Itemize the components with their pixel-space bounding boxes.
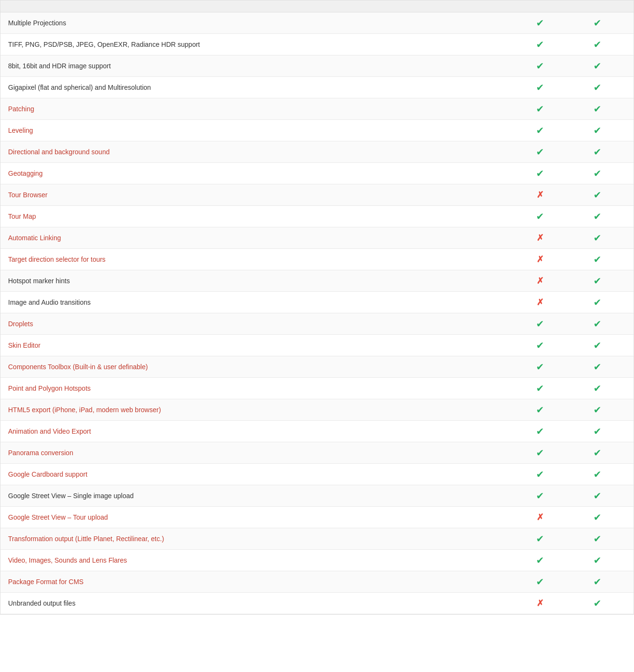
- check-yes-icon: ✔: [536, 383, 544, 394]
- check-yes-icon: ✔: [593, 598, 602, 608]
- table-row: Hotspot marker hints ✗ ✔: [0, 270, 634, 292]
- feature-name: Image and Audio transitions: [8, 299, 511, 306]
- table-row: Tour Map ✔ ✔: [0, 206, 634, 227]
- table-row: Directional and background sound ✔ ✔: [0, 141, 634, 163]
- feature-name[interactable]: Directional and background sound: [8, 148, 511, 156]
- light-check: ✔: [511, 383, 569, 394]
- light-check: ✔: [511, 469, 569, 480]
- table-row: Panorama conversion ✔ ✔: [0, 442, 634, 464]
- check-yes-icon: ✔: [593, 491, 602, 501]
- light-check: ✔: [511, 82, 569, 93]
- light-check: ✔: [511, 318, 569, 330]
- check-yes-icon: ✔: [593, 190, 602, 200]
- pro-check: ✔: [569, 340, 626, 351]
- check-yes-icon: ✔: [593, 319, 602, 329]
- light-check: ✗: [511, 254, 569, 265]
- feature-name[interactable]: Google Street View – Tour upload: [8, 513, 511, 521]
- check-yes-icon: ✔: [593, 82, 602, 93]
- check-yes-icon: ✔: [593, 512, 602, 523]
- feature-name[interactable]: Animation and Video Export: [8, 427, 511, 435]
- feature-name[interactable]: Components Toolbox (Built-in & user defi…: [8, 363, 511, 371]
- pro-check: ✔: [569, 404, 626, 416]
- check-yes-icon: ✔: [593, 61, 602, 71]
- light-check: ✔: [511, 426, 569, 437]
- check-no-icon: ✗: [537, 298, 544, 307]
- feature-name[interactable]: Point and Polygon Hotspots: [8, 384, 511, 392]
- check-yes-icon: ✔: [536, 469, 544, 480]
- feature-name[interactable]: Leveling: [8, 127, 511, 134]
- table-row: TIFF, PNG, PSD/PSB, JPEG, OpenEXR, Radia…: [0, 34, 634, 55]
- check-yes-icon: ✔: [536, 104, 544, 114]
- check-no-icon: ✗: [537, 512, 544, 522]
- pro-check: ✔: [569, 490, 626, 501]
- feature-name[interactable]: Tour Browser: [8, 191, 511, 199]
- feature-name[interactable]: Droplets: [8, 320, 511, 328]
- feature-name[interactable]: Transformation output (Little Planet, Re…: [8, 535, 511, 543]
- feature-name: Google Street View – Single image upload: [8, 492, 511, 500]
- check-yes-icon: ✔: [536, 82, 544, 93]
- check-yes-icon: ✔: [536, 340, 544, 351]
- feature-name[interactable]: Panorama conversion: [8, 449, 511, 457]
- feature-name[interactable]: Google Cardboard support: [8, 470, 511, 478]
- check-yes-icon: ✔: [593, 426, 602, 437]
- check-yes-icon: ✔: [593, 362, 602, 372]
- table-row: Components Toolbox (Built-in & user defi…: [0, 356, 634, 378]
- check-yes-icon: ✔: [593, 125, 602, 136]
- pro-check: ✔: [569, 576, 626, 587]
- light-check: ✗: [511, 190, 569, 200]
- feature-name[interactable]: Package Format for CMS: [8, 578, 511, 586]
- feature-name[interactable]: HTML5 export (iPhone, iPad, modern web b…: [8, 406, 511, 414]
- light-check: ✗: [511, 297, 569, 308]
- check-yes-icon: ✔: [593, 340, 602, 351]
- check-yes-icon: ✔: [593, 39, 602, 50]
- feature-name: 8bit, 16bit and HDR image support: [8, 62, 511, 70]
- light-check: ✔: [511, 576, 569, 587]
- pro-check: ✔: [569, 211, 626, 222]
- feature-name[interactable]: Patching: [8, 105, 511, 113]
- pro-check: ✔: [569, 597, 626, 609]
- feature-name[interactable]: Video, Images, Sounds and Lens Flares: [8, 556, 511, 564]
- table-row: Point and Polygon Hotspots ✔ ✔: [0, 378, 634, 399]
- table-row: Droplets ✔ ✔: [0, 313, 634, 335]
- table-row: Skin Editor ✔ ✔: [0, 335, 634, 356]
- feature-name[interactable]: Skin Editor: [8, 341, 511, 349]
- light-check: ✔: [511, 490, 569, 501]
- table-row: Animation and Video Export ✔ ✔: [0, 421, 634, 442]
- table-row: Multiple Projections ✔ ✔: [0, 12, 634, 34]
- table-row: Tour Browser ✗ ✔: [0, 184, 634, 206]
- check-yes-icon: ✔: [593, 533, 602, 544]
- check-yes-icon: ✔: [593, 168, 602, 179]
- feature-name[interactable]: Tour Map: [8, 213, 511, 220]
- pro-check: ✔: [569, 383, 626, 394]
- feature-name: TIFF, PNG, PSD/PSB, JPEG, OpenEXR, Radia…: [8, 41, 511, 48]
- feature-comparison-table: Multiple Projections ✔ ✔ TIFF, PNG, PSD/…: [0, 0, 634, 615]
- table-row: Unbranded output files ✗ ✔: [0, 593, 634, 614]
- check-yes-icon: ✔: [536, 555, 544, 565]
- check-no-icon: ✗: [537, 190, 544, 200]
- check-yes-icon: ✔: [536, 426, 544, 437]
- light-check: ✔: [511, 555, 569, 566]
- check-yes-icon: ✔: [593, 211, 602, 222]
- feature-name[interactable]: Target direction selector for tours: [8, 256, 511, 263]
- table-row: Automatic Linking ✗ ✔: [0, 227, 634, 249]
- feature-name[interactable]: Automatic Linking: [8, 234, 511, 242]
- feature-name[interactable]: Geotagging: [8, 170, 511, 177]
- check-no-icon: ✗: [537, 255, 544, 264]
- table-body: Multiple Projections ✔ ✔ TIFF, PNG, PSD/…: [0, 12, 634, 614]
- pro-check: ✔: [569, 254, 626, 265]
- check-yes-icon: ✔: [593, 576, 602, 587]
- table-row: Package Format for CMS ✔ ✔: [0, 571, 634, 593]
- pro-check: ✔: [569, 275, 626, 287]
- check-yes-icon: ✔: [593, 405, 602, 415]
- check-yes-icon: ✔: [593, 469, 602, 480]
- pro-check: ✔: [569, 469, 626, 480]
- table-row: HTML5 export (iPhone, iPad, modern web b…: [0, 399, 634, 421]
- light-check: ✗: [511, 598, 569, 608]
- table-row: Google Street View – Single image upload…: [0, 485, 634, 507]
- check-yes-icon: ✔: [593, 448, 602, 458]
- table-row: Geotagging ✔ ✔: [0, 163, 634, 184]
- table-row: Transformation output (Little Planet, Re…: [0, 528, 634, 550]
- pro-check: ✔: [569, 189, 626, 201]
- check-yes-icon: ✔: [593, 383, 602, 394]
- feature-name: Hotspot marker hints: [8, 277, 511, 285]
